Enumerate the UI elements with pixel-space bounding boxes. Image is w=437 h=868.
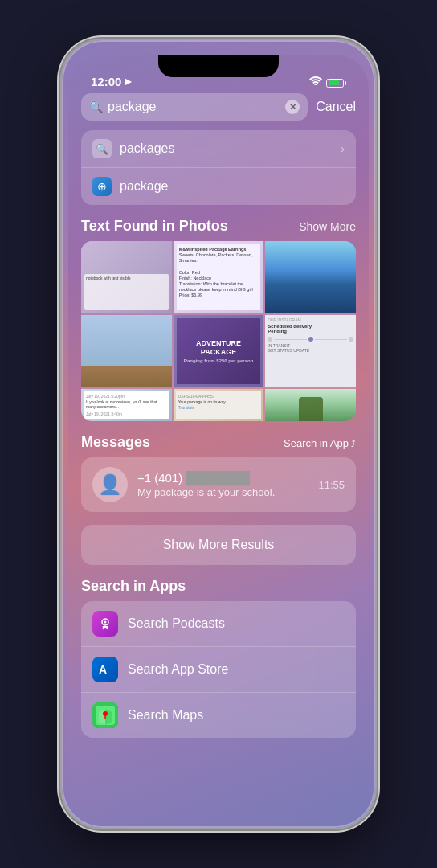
photos-show-more[interactable]: Show More <box>299 220 356 233</box>
search-in-app-wrapper[interactable]: Search in App ⤴ <box>284 437 356 449</box>
photo-cell-2[interactable]: M&M Inspired Package Earrings:Sweets, Ch… <box>174 241 264 313</box>
photos-section-title: Text Found in Photos <box>81 218 228 235</box>
search-bar: 🔍 package ✕ Cancel <box>81 93 356 121</box>
suggestion-label-package: package <box>120 179 345 194</box>
cancel-button[interactable]: Cancel <box>316 100 356 114</box>
clear-button[interactable]: ✕ <box>285 100 300 114</box>
message-sender: +1 (401) ███-████ <box>137 471 308 485</box>
time-display: 12:00 <box>91 75 121 88</box>
photo-cell-1[interactable]: notebook with text visible <box>81 241 172 313</box>
status-icons <box>309 74 346 88</box>
search-query: package <box>108 100 280 114</box>
svg-point-0 <box>315 84 317 85</box>
search-appstore-item[interactable]: A Search App Store <box>81 647 356 693</box>
svg-point-6 <box>103 711 108 716</box>
person-icon: 👤 <box>98 473 122 496</box>
location-icon: ▶ <box>125 76 131 87</box>
suggestion-label-packages: packages <box>120 141 333 156</box>
photo-cell-3[interactable] <box>265 241 356 313</box>
phone-screen: 12:00 ▶ <box>68 55 369 813</box>
svg-text:A: A <box>99 663 107 676</box>
search-in-apps-header: Search in Apps <box>81 578 356 595</box>
search-appstore-label: Search App Store <box>128 662 228 677</box>
messages-card: 👤 +1 (401) ███-████ My package is at you… <box>81 457 356 512</box>
external-link-icon: ⤴ <box>351 439 356 448</box>
phone-frame: 12:00 ▶ <box>0 0 437 868</box>
suggestion-arrow-icon: › <box>341 142 345 155</box>
search-glass-icon: 🔍 <box>92 139 112 158</box>
photo-cell-4[interactable] <box>81 315 172 387</box>
search-in-apps-title: Search in Apps <box>81 578 186 595</box>
photos-section: Text Found in Photos Show More notebook … <box>81 218 356 421</box>
maps-app-icon <box>92 702 118 728</box>
photo-cell-9[interactable] <box>265 389 356 421</box>
photo-cell-5[interactable]: ADVENTUREPACKAGE Ranging from $250 per p… <box>174 315 264 387</box>
app-search-list: Search Podcasts A Search App Store <box>81 601 356 738</box>
suggestion-item-packages[interactable]: 🔍 packages › <box>81 130 356 168</box>
show-more-results-button[interactable]: Show More Results <box>81 525 356 565</box>
safari-icon: ⊕ <box>92 177 112 196</box>
message-time: 11:55 <box>318 479 345 491</box>
messages-section-title: Messages <box>81 434 150 451</box>
search-in-apps-section: Search in Apps Search Podcasts <box>81 578 356 738</box>
wifi-icon <box>309 76 322 88</box>
messages-section: Messages Search in App ⤴ 👤 <box>81 434 356 512</box>
appstore-app-icon: A <box>92 657 118 682</box>
status-time: 12:00 ▶ <box>91 75 131 88</box>
message-content: +1 (401) ███-████ My package is at your … <box>137 471 308 498</box>
photo-cell-6[interactable]: DUE INSTAGRAM Scheduled deliveryPending <box>265 315 356 387</box>
suggestion-item-package[interactable]: ⊕ package <box>81 168 356 205</box>
photo-cell-8[interactable]: USPS/19434344557 Your package is on its … <box>174 389 264 421</box>
message-avatar: 👤 <box>92 467 128 502</box>
search-maps-label: Search Maps <box>128 708 203 723</box>
search-in-app-label: Search in App <box>284 437 349 449</box>
messages-section-header: Messages Search in App ⤴ <box>81 434 356 451</box>
content-area: 🔍 package ✕ Cancel 🔍 packages › ⊕ <box>68 93 369 813</box>
photo-cell-7[interactable]: July 19, 2021 5:20pm If you look at our … <box>81 389 172 421</box>
podcasts-app-icon <box>92 611 118 637</box>
suggestions-list: 🔍 packages › ⊕ package <box>81 130 356 205</box>
notch <box>158 55 279 77</box>
message-preview: My package is at your school. <box>137 486 308 498</box>
photos-grid: notebook with text visible M&M Inspired … <box>81 241 356 421</box>
search-podcasts-item[interactable]: Search Podcasts <box>81 601 356 647</box>
search-maps-item[interactable]: Search Maps <box>81 693 356 738</box>
photos-section-header: Text Found in Photos Show More <box>81 218 356 235</box>
phone-body: 12:00 ▶ <box>62 40 375 828</box>
svg-point-2 <box>104 621 107 624</box>
message-item-1[interactable]: 👤 +1 (401) ███-████ My package is at you… <box>81 457 356 512</box>
search-icon: 🔍 <box>89 100 103 113</box>
battery-icon <box>326 74 346 88</box>
search-podcasts-label: Search Podcasts <box>128 616 225 631</box>
search-input-container[interactable]: 🔍 package ✕ <box>81 93 308 121</box>
